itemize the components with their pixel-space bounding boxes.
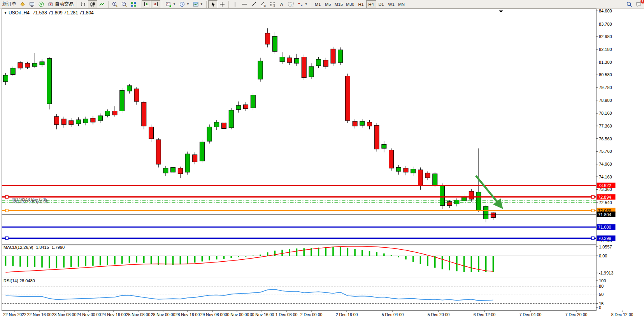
vline-icon (232, 1, 238, 7)
line-chart-button[interactable] (97, 0, 107, 8)
text-label-button[interactable]: T (286, 0, 296, 8)
new-order-button[interactable]: 新订单 (1, 0, 18, 8)
price-tick-label: 82.180 (599, 47, 612, 52)
symbol-diamond-icon (19, 1, 26, 7)
time-tick-label: 30 Nov 00:00 (225, 312, 249, 317)
auto-trading-button[interactable]: 自动交易 (46, 0, 75, 8)
candle-body (4, 75, 8, 82)
price-badge: 71.804 (597, 212, 616, 217)
chart-menu-icon[interactable]: ▼ (4, 11, 7, 15)
symbol-diamond-button[interactable] (18, 0, 27, 8)
zoom-out-button[interactable] (119, 0, 129, 8)
text-button[interactable]: A (277, 0, 286, 8)
tf-m15-label: M15 (335, 2, 343, 7)
candle-body (272, 36, 277, 51)
candle-body (280, 57, 284, 62)
time-tick-label: 28 Nov 16:00 (175, 312, 200, 317)
tf-m1-label: M1 (315, 2, 321, 7)
support-line-70299-handle[interactable] (5, 237, 8, 240)
candle-body (287, 58, 292, 63)
hline-icon (241, 1, 247, 7)
support-line-72039-handle[interactable] (591, 209, 594, 212)
resistance-line-72894-handle[interactable] (5, 196, 8, 198)
auto-trading-button-label: 自动交易 (55, 1, 74, 7)
time-tick-label: 23 Nov 08:00 (52, 312, 77, 317)
candle-body (331, 49, 335, 63)
auto-scroll-button[interactable] (142, 0, 151, 8)
tf-h4[interactable]: H4 (366, 0, 376, 8)
chart-shift-button[interactable] (151, 0, 160, 8)
candle-body (69, 121, 74, 124)
candle-body (236, 105, 241, 109)
signals-button[interactable] (37, 0, 46, 8)
periods-button[interactable]: ▼ (177, 0, 191, 8)
tf-m15[interactable]: M15 (333, 0, 344, 8)
crosshair-button[interactable] (218, 0, 227, 8)
resistance-line-72894-handle[interactable] (591, 196, 594, 198)
bar-chart-icon (80, 1, 86, 7)
chart-canvas[interactable]: 84.60083.78082.98082.18081.38080.58079.7… (0, 9, 644, 320)
tile-windows-button[interactable] (129, 0, 138, 8)
tf-d1[interactable]: D1 (376, 0, 386, 8)
tf-m30[interactable]: M30 (344, 0, 356, 8)
arrows-icon (297, 1, 304, 7)
tf-m5[interactable]: M5 (323, 0, 333, 8)
notification-badge: 1 (640, 0, 644, 3)
candle-body (338, 50, 343, 63)
support-line-70299-handle[interactable] (591, 237, 594, 240)
tf-m1[interactable]: M1 (313, 0, 323, 8)
candlestick-button[interactable] (88, 0, 97, 8)
search-button[interactable] (625, 0, 634, 8)
crosshair-icon (219, 1, 225, 7)
time-axis[interactable]: 22 Nov 202222 Nov 16:0023 Nov 08:0024 No… (3, 311, 633, 317)
candle-body (411, 169, 416, 173)
chat-button[interactable]: 1 (634, 0, 643, 8)
candle-body (127, 86, 132, 91)
tf-w1[interactable]: W1 (386, 0, 397, 8)
candlestick-icon (89, 1, 96, 7)
templates-button[interactable]: ▼ (191, 0, 205, 8)
svg-text:73.622: 73.622 (598, 183, 611, 188)
candle-body (353, 121, 357, 126)
monitor-icon (29, 1, 35, 7)
market-watch-button[interactable] (27, 0, 37, 8)
bar-chart-button[interactable] (79, 0, 88, 8)
candle-body (149, 127, 154, 139)
toolbar-separator (228, 1, 229, 8)
arrows-button[interactable]: ▼ (296, 0, 309, 8)
vertical-line-button[interactable] (230, 0, 240, 8)
indicators-button[interactable]: ▼ (164, 0, 177, 8)
tf-mn[interactable]: MN (397, 0, 407, 8)
price-tick-label: 77.360 (599, 124, 612, 128)
svg-text:71.804: 71.804 (598, 212, 611, 217)
candle-body (105, 111, 110, 116)
time-tick-label: 2 Dec 16:00 (336, 312, 358, 317)
price-tick-label: 75.760 (599, 149, 612, 154)
channel-button[interactable]: E (258, 0, 268, 8)
candle-body (98, 116, 103, 121)
candle-body (185, 154, 190, 172)
candle-body (295, 59, 299, 63)
fibonacci-button[interactable]: F (268, 0, 277, 8)
tf-h1[interactable]: H1 (356, 0, 366, 8)
candle-body (447, 202, 452, 206)
support-line-72039-handle[interactable] (5, 209, 8, 212)
time-tick-label: 29 Nov 08:00 (200, 312, 225, 317)
time-tick-label: 6 Dec 12:00 (474, 312, 496, 317)
trendline-button[interactable] (249, 0, 258, 8)
rsi-label: RSI(14) 28.0480 (4, 278, 35, 283)
time-tick-label: 24 Nov 16:00 (102, 312, 126, 317)
pane-borders (2, 9, 597, 311)
price-tick-label: 76.560 (599, 136, 612, 141)
cursor-button[interactable] (208, 0, 218, 8)
rsi-tick-label: 0 (599, 305, 601, 310)
candle-body (396, 168, 401, 171)
price-badge: 72.894 (597, 194, 616, 199)
toolbar-separator (140, 1, 140, 8)
candle-body (476, 192, 481, 210)
candle-body (156, 140, 161, 164)
zoom-in-button[interactable] (110, 0, 119, 8)
horizontal-line-button[interactable] (240, 0, 249, 8)
new-order-button-label: 新订单 (2, 1, 16, 7)
chevron-down-icon: ▼ (186, 2, 190, 6)
